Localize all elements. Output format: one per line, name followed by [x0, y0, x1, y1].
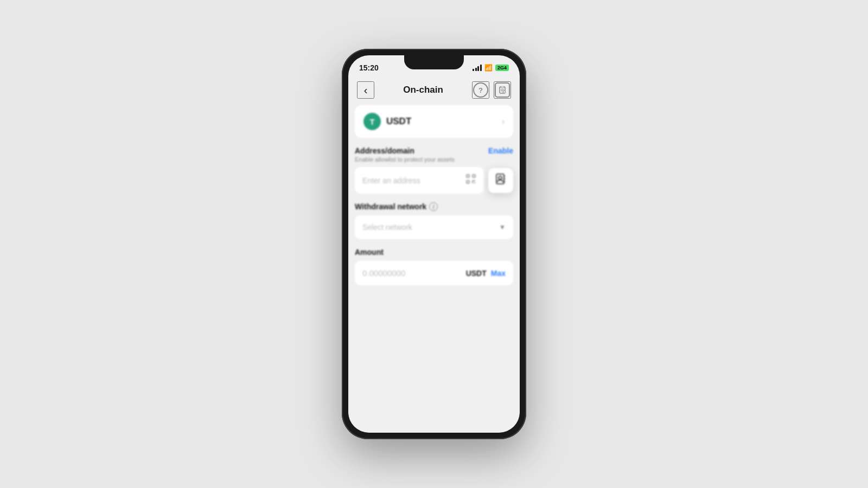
back-chevron-icon: ‹ — [364, 84, 368, 97]
history-button[interactable]: ↺ — [494, 81, 511, 99]
status-icons: 📶 2G4 — [473, 64, 509, 72]
help-button[interactable]: ? — [472, 81, 489, 99]
enable-allowlist-button[interactable]: Enable — [488, 146, 513, 155]
signal-icon — [473, 65, 482, 71]
contact-book-button[interactable] — [488, 168, 513, 193]
address-section-subtitle: Enable allowlist to protect your assets — [355, 156, 455, 163]
network-select-dropdown[interactable]: Select network ▼ — [355, 215, 513, 239]
svg-line-11 — [474, 182, 475, 183]
svg-point-13 — [499, 176, 502, 179]
svg-rect-12 — [496, 174, 504, 184]
address-input-row: Enter an address — [355, 167, 513, 194]
token-logo: T — [363, 113, 381, 130]
address-section-title: Address/domain — [355, 146, 455, 155]
content-area: T USDT › Address/domain Enable allowlist… — [348, 105, 520, 433]
amount-right: USDT Max — [466, 269, 506, 278]
amount-currency: USDT — [466, 269, 487, 278]
svg-rect-8 — [467, 181, 469, 183]
address-section-header: Address/domain Enable allowlist to prote… — [355, 146, 513, 163]
network-section: Withdrawal network i Select network ▼ — [355, 202, 513, 239]
svg-rect-6 — [467, 175, 469, 177]
battery-badge: 2G4 — [495, 65, 509, 71]
svg-rect-7 — [473, 175, 475, 177]
phone-screen: 15:20 📶 2G4 ‹ On-chain ? — [348, 55, 520, 433]
back-button[interactable]: ‹ — [357, 81, 374, 99]
network-header: Withdrawal network i — [355, 202, 513, 211]
history-icon: ↺ — [495, 82, 510, 98]
address-placeholder: Enter an address — [362, 176, 420, 185]
address-input[interactable]: Enter an address — [355, 167, 484, 194]
token-chevron-icon: › — [502, 117, 505, 126]
token-info: T USDT — [363, 113, 411, 130]
network-title: Withdrawal network — [355, 202, 426, 211]
network-placeholder: Select network — [362, 223, 412, 232]
dropdown-arrow-icon: ▼ — [499, 223, 506, 231]
phone-frame: 15:20 📶 2G4 ‹ On-chain ? — [342, 49, 526, 439]
address-section: Address/domain Enable allowlist to prote… — [355, 146, 513, 194]
status-time: 15:20 — [359, 63, 379, 72]
help-icon: ? — [473, 82, 488, 98]
contact-book-icon — [495, 173, 507, 188]
amount-input-row: 0.00000000 USDT Max — [355, 261, 513, 285]
amount-section: Amount 0.00000000 USDT Max — [355, 248, 513, 285]
wifi-icon: 📶 — [484, 64, 493, 72]
header: ‹ On-chain ? ↺ — [348, 77, 520, 105]
token-selector[interactable]: T USDT › — [355, 105, 513, 138]
amount-title: Amount — [355, 248, 513, 256]
network-info-icon[interactable]: i — [429, 202, 438, 211]
svg-text:↺: ↺ — [503, 91, 505, 93]
token-symbol: USDT — [386, 116, 411, 127]
page-title: On-chain — [403, 85, 443, 95]
notch — [404, 55, 464, 69]
max-button[interactable]: Max — [491, 269, 506, 278]
scan-icon[interactable] — [465, 174, 476, 187]
svg-rect-1 — [501, 86, 504, 88]
address-section-labels: Address/domain Enable allowlist to prote… — [355, 146, 455, 163]
amount-input[interactable]: 0.00000000 — [362, 268, 405, 278]
header-actions: ? ↺ — [472, 81, 511, 99]
